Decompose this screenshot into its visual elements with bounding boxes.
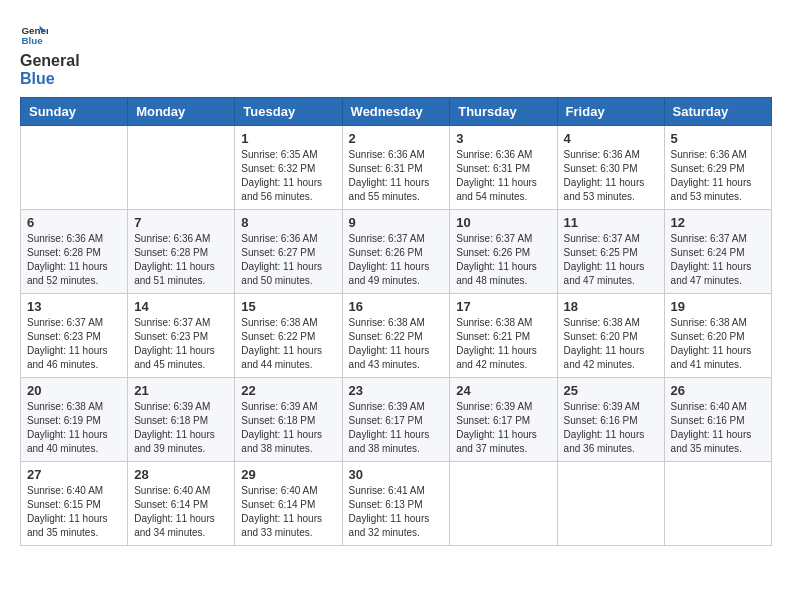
calendar-week-row: 20Sunrise: 6:38 AM Sunset: 6:19 PM Dayli… — [21, 378, 772, 462]
calendar-day-cell: 26Sunrise: 6:40 AM Sunset: 6:16 PM Dayli… — [664, 378, 771, 462]
day-info: Sunrise: 6:37 AM Sunset: 6:23 PM Dayligh… — [134, 316, 228, 372]
calendar-header-row: SundayMondayTuesdayWednesdayThursdayFrid… — [21, 98, 772, 126]
day-number: 3 — [456, 131, 550, 146]
day-info: Sunrise: 6:37 AM Sunset: 6:26 PM Dayligh… — [349, 232, 444, 288]
calendar-day-cell: 20Sunrise: 6:38 AM Sunset: 6:19 PM Dayli… — [21, 378, 128, 462]
calendar-day-cell — [128, 126, 235, 210]
calendar-day-cell: 29Sunrise: 6:40 AM Sunset: 6:14 PM Dayli… — [235, 462, 342, 546]
calendar-table: SundayMondayTuesdayWednesdayThursdayFrid… — [20, 97, 772, 546]
calendar-day-cell: 2Sunrise: 6:36 AM Sunset: 6:31 PM Daylig… — [342, 126, 450, 210]
calendar-week-row: 6Sunrise: 6:36 AM Sunset: 6:28 PM Daylig… — [21, 210, 772, 294]
day-info: Sunrise: 6:40 AM Sunset: 6:16 PM Dayligh… — [671, 400, 765, 456]
calendar-day-cell: 30Sunrise: 6:41 AM Sunset: 6:13 PM Dayli… — [342, 462, 450, 546]
day-info: Sunrise: 6:41 AM Sunset: 6:13 PM Dayligh… — [349, 484, 444, 540]
day-info: Sunrise: 6:38 AM Sunset: 6:22 PM Dayligh… — [241, 316, 335, 372]
calendar-day-cell: 13Sunrise: 6:37 AM Sunset: 6:23 PM Dayli… — [21, 294, 128, 378]
calendar-day-cell: 19Sunrise: 6:38 AM Sunset: 6:20 PM Dayli… — [664, 294, 771, 378]
day-of-week-header: Monday — [128, 98, 235, 126]
day-of-week-header: Saturday — [664, 98, 771, 126]
calendar-week-row: 1Sunrise: 6:35 AM Sunset: 6:32 PM Daylig… — [21, 126, 772, 210]
calendar-week-row: 13Sunrise: 6:37 AM Sunset: 6:23 PM Dayli… — [21, 294, 772, 378]
day-number: 23 — [349, 383, 444, 398]
calendar-day-cell: 24Sunrise: 6:39 AM Sunset: 6:17 PM Dayli… — [450, 378, 557, 462]
day-number: 16 — [349, 299, 444, 314]
day-info: Sunrise: 6:37 AM Sunset: 6:25 PM Dayligh… — [564, 232, 658, 288]
day-info: Sunrise: 6:39 AM Sunset: 6:18 PM Dayligh… — [134, 400, 228, 456]
calendar-day-cell — [664, 462, 771, 546]
day-number: 12 — [671, 215, 765, 230]
day-number: 9 — [349, 215, 444, 230]
calendar-week-row: 27Sunrise: 6:40 AM Sunset: 6:15 PM Dayli… — [21, 462, 772, 546]
day-number: 18 — [564, 299, 658, 314]
day-of-week-header: Friday — [557, 98, 664, 126]
calendar-day-cell: 3Sunrise: 6:36 AM Sunset: 6:31 PM Daylig… — [450, 126, 557, 210]
logo-general-text: General — [20, 52, 80, 70]
page-header: General Blue General Blue — [20, 20, 772, 87]
day-of-week-header: Tuesday — [235, 98, 342, 126]
calendar-day-cell: 10Sunrise: 6:37 AM Sunset: 6:26 PM Dayli… — [450, 210, 557, 294]
calendar-day-cell: 23Sunrise: 6:39 AM Sunset: 6:17 PM Dayli… — [342, 378, 450, 462]
day-info: Sunrise: 6:37 AM Sunset: 6:26 PM Dayligh… — [456, 232, 550, 288]
day-info: Sunrise: 6:39 AM Sunset: 6:18 PM Dayligh… — [241, 400, 335, 456]
day-number: 14 — [134, 299, 228, 314]
day-info: Sunrise: 6:37 AM Sunset: 6:24 PM Dayligh… — [671, 232, 765, 288]
calendar-day-cell: 28Sunrise: 6:40 AM Sunset: 6:14 PM Dayli… — [128, 462, 235, 546]
calendar-day-cell: 7Sunrise: 6:36 AM Sunset: 6:28 PM Daylig… — [128, 210, 235, 294]
day-number: 2 — [349, 131, 444, 146]
day-info: Sunrise: 6:36 AM Sunset: 6:28 PM Dayligh… — [27, 232, 121, 288]
logo-blue-text: Blue — [20, 70, 80, 88]
day-info: Sunrise: 6:36 AM Sunset: 6:30 PM Dayligh… — [564, 148, 658, 204]
day-info: Sunrise: 6:40 AM Sunset: 6:14 PM Dayligh… — [241, 484, 335, 540]
day-number: 25 — [564, 383, 658, 398]
calendar-day-cell: 14Sunrise: 6:37 AM Sunset: 6:23 PM Dayli… — [128, 294, 235, 378]
day-number: 20 — [27, 383, 121, 398]
day-number: 10 — [456, 215, 550, 230]
calendar-day-cell: 9Sunrise: 6:37 AM Sunset: 6:26 PM Daylig… — [342, 210, 450, 294]
calendar-day-cell: 21Sunrise: 6:39 AM Sunset: 6:18 PM Dayli… — [128, 378, 235, 462]
day-info: Sunrise: 6:36 AM Sunset: 6:27 PM Dayligh… — [241, 232, 335, 288]
logo-icon: General Blue — [20, 20, 48, 48]
day-info: Sunrise: 6:38 AM Sunset: 6:21 PM Dayligh… — [456, 316, 550, 372]
calendar-day-cell: 16Sunrise: 6:38 AM Sunset: 6:22 PM Dayli… — [342, 294, 450, 378]
day-number: 4 — [564, 131, 658, 146]
calendar-day-cell — [21, 126, 128, 210]
day-info: Sunrise: 6:38 AM Sunset: 6:22 PM Dayligh… — [349, 316, 444, 372]
day-info: Sunrise: 6:36 AM Sunset: 6:29 PM Dayligh… — [671, 148, 765, 204]
calendar-day-cell: 8Sunrise: 6:36 AM Sunset: 6:27 PM Daylig… — [235, 210, 342, 294]
day-number: 30 — [349, 467, 444, 482]
calendar-day-cell: 15Sunrise: 6:38 AM Sunset: 6:22 PM Dayli… — [235, 294, 342, 378]
day-of-week-header: Thursday — [450, 98, 557, 126]
calendar-day-cell: 17Sunrise: 6:38 AM Sunset: 6:21 PM Dayli… — [450, 294, 557, 378]
day-number: 21 — [134, 383, 228, 398]
calendar-day-cell: 25Sunrise: 6:39 AM Sunset: 6:16 PM Dayli… — [557, 378, 664, 462]
day-info: Sunrise: 6:39 AM Sunset: 6:17 PM Dayligh… — [456, 400, 550, 456]
calendar-day-cell: 18Sunrise: 6:38 AM Sunset: 6:20 PM Dayli… — [557, 294, 664, 378]
day-number: 28 — [134, 467, 228, 482]
day-info: Sunrise: 6:36 AM Sunset: 6:28 PM Dayligh… — [134, 232, 228, 288]
day-number: 22 — [241, 383, 335, 398]
day-number: 6 — [27, 215, 121, 230]
day-number: 19 — [671, 299, 765, 314]
day-of-week-header: Wednesday — [342, 98, 450, 126]
day-number: 27 — [27, 467, 121, 482]
day-number: 8 — [241, 215, 335, 230]
calendar-day-cell: 1Sunrise: 6:35 AM Sunset: 6:32 PM Daylig… — [235, 126, 342, 210]
calendar-day-cell: 4Sunrise: 6:36 AM Sunset: 6:30 PM Daylig… — [557, 126, 664, 210]
day-number: 13 — [27, 299, 121, 314]
day-info: Sunrise: 6:38 AM Sunset: 6:20 PM Dayligh… — [671, 316, 765, 372]
day-number: 15 — [241, 299, 335, 314]
day-number: 11 — [564, 215, 658, 230]
calendar-day-cell: 27Sunrise: 6:40 AM Sunset: 6:15 PM Dayli… — [21, 462, 128, 546]
svg-text:Blue: Blue — [21, 35, 43, 46]
calendar-day-cell — [557, 462, 664, 546]
day-number: 5 — [671, 131, 765, 146]
day-of-week-header: Sunday — [21, 98, 128, 126]
calendar-day-cell: 5Sunrise: 6:36 AM Sunset: 6:29 PM Daylig… — [664, 126, 771, 210]
day-number: 17 — [456, 299, 550, 314]
day-info: Sunrise: 6:35 AM Sunset: 6:32 PM Dayligh… — [241, 148, 335, 204]
day-info: Sunrise: 6:36 AM Sunset: 6:31 PM Dayligh… — [456, 148, 550, 204]
calendar-day-cell: 12Sunrise: 6:37 AM Sunset: 6:24 PM Dayli… — [664, 210, 771, 294]
day-number: 29 — [241, 467, 335, 482]
calendar-day-cell: 6Sunrise: 6:36 AM Sunset: 6:28 PM Daylig… — [21, 210, 128, 294]
day-info: Sunrise: 6:40 AM Sunset: 6:14 PM Dayligh… — [134, 484, 228, 540]
